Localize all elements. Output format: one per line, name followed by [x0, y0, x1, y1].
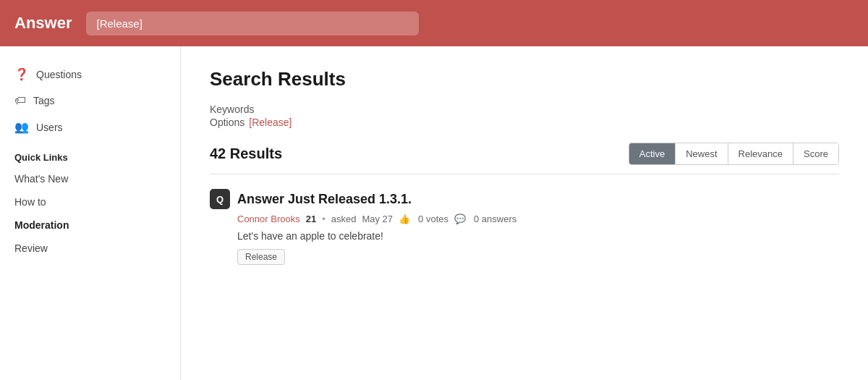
search-input[interactable] — [86, 12, 419, 35]
sidebar-item-users[interactable]: 👥 Users — [0, 114, 180, 140]
sidebar-item-questions[interactable]: ❓ Questions — [0, 61, 180, 88]
question-item: Q Answer Just Released 1.3.1. Connor Bro… — [210, 189, 839, 265]
thumbs-up-icon: 👍 — [399, 214, 410, 224]
question-body: Let's have an apple to celebrate! — [210, 230, 839, 242]
app-logo[interactable]: Answer — [14, 14, 72, 33]
quick-links-title: Quick Links — [0, 140, 180, 167]
sidebar-link-whats-new[interactable]: What's New — [0, 167, 180, 190]
options-tag-release[interactable]: [Release] — [249, 117, 292, 128]
sidebar-link-review[interactable]: Review — [0, 237, 180, 260]
moderation-title: Moderation — [0, 214, 180, 237]
questions-icon: ❓ — [14, 67, 29, 81]
page-title: Search Results — [210, 68, 839, 90]
question-tags: Release — [210, 249, 839, 265]
sort-btn-relevance[interactable]: Relevance — [728, 143, 793, 164]
tags-icon: 🏷 — [14, 94, 26, 107]
options-row: Options [Release] — [210, 117, 839, 128]
layout: ❓ Questions 🏷 Tags 👥 Users Quick Links W… — [0, 46, 868, 380]
sidebar: ❓ Questions 🏷 Tags 👥 Users Quick Links W… — [0, 46, 181, 380]
options-label: Options — [210, 117, 244, 128]
answers-count: 0 answers — [474, 214, 516, 224]
keywords-label: Keywords — [210, 104, 254, 115]
results-count: 42 Results — [210, 145, 282, 162]
sort-btn-active[interactable]: Active — [629, 143, 676, 164]
users-icon: 👥 — [14, 120, 29, 134]
asked-date: May 27 — [362, 214, 393, 224]
question-meta: Connor Brooks 21 • asked May 27 👍 0 vote… — [210, 214, 839, 224]
question-author[interactable]: Connor Brooks — [237, 214, 300, 224]
sidebar-item-tags-label: Tags — [33, 95, 55, 106]
sidebar-link-how-to[interactable]: How to — [0, 190, 180, 214]
comment-icon: 💬 — [454, 214, 466, 224]
sort-btn-newest[interactable]: Newest — [676, 143, 728, 164]
sidebar-item-tags[interactable]: 🏷 Tags — [0, 88, 180, 114]
question-title[interactable]: Answer Just Released 1.3.1. — [237, 192, 412, 207]
author-score: 21 — [306, 214, 316, 224]
main-content: Search Results Keywords Options [Release… — [181, 46, 868, 380]
tag-release[interactable]: Release — [237, 249, 285, 265]
question-type-icon: Q — [210, 189, 230, 209]
sort-btn-score[interactable]: Score — [793, 143, 838, 164]
asked-label: asked — [331, 214, 357, 224]
keywords-row: Keywords — [210, 104, 839, 115]
question-header: Q Answer Just Released 1.3.1. — [210, 189, 839, 209]
sidebar-item-questions-label: Questions — [36, 69, 82, 80]
sort-buttons: Active Newest Relevance Score — [629, 143, 839, 165]
sidebar-item-users-label: Users — [36, 122, 63, 133]
search-meta: Keywords Options [Release] — [210, 104, 839, 128]
header: Answer — [0, 0, 868, 46]
results-header: 42 Results Active Newest Relevance Score — [210, 143, 839, 174]
votes-count: 0 votes — [418, 214, 448, 224]
meta-separator: • — [322, 214, 326, 224]
